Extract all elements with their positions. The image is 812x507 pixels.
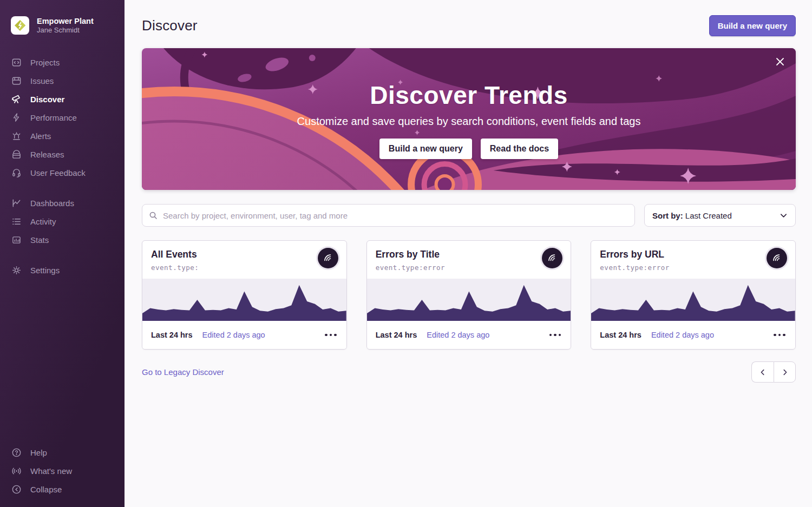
card-title: All Events [151,249,338,260]
banner-title: Discover Trends [370,81,567,110]
card-time-range: Last 24 hrs [376,331,417,339]
sidebar-item-label: Issues [30,76,54,85]
sidebar-item-label: Performance [30,113,77,122]
org-name: Empower Plant [37,16,94,26]
card-time-range: Last 24 hrs [151,331,193,339]
saved-query-card-errors-by-url[interactable]: Errors by URL event.type:error Last 24 h… [591,240,796,350]
card-edited-label: Edited 2 days ago [202,331,265,339]
sidebar-item-label: Dashboards [30,199,74,208]
stats-bars-icon [11,234,22,245]
card-context-menu-button[interactable] [548,331,562,340]
pagination-next-button[interactable] [774,361,796,383]
sidebar-item-label: Stats [30,235,49,245]
search-input[interactable] [142,204,635,227]
performance-lightning-icon [11,112,22,123]
sidebar-item-label: Discover [30,95,64,104]
main-content: Discover Build a new query [125,0,812,507]
alerts-siren-icon [11,130,22,141]
legacy-discover-link[interactable]: Go to Legacy Discover [142,367,224,377]
collapse-chevron-icon [11,484,22,495]
org-logo [11,16,29,35]
empower-plant-logo-icon [14,19,26,31]
issues-icon [11,75,22,86]
org-switcher[interactable]: Empower Plant Jane Schmidt [0,12,125,40]
sentry-logo-icon [323,253,333,264]
sidebar-item-label: Projects [30,58,60,67]
card-query: event.type: [151,264,338,272]
sidebar-item-label: Releases [30,150,64,159]
sort-label: Sort by: [652,211,683,220]
sidebar-item-label: Alerts [30,131,51,141]
sidebar-item-stats[interactable]: Stats [0,231,125,249]
card-context-menu-button[interactable] [772,331,787,340]
sidebar-item-releases[interactable]: Releases [0,145,125,163]
banner-close-button[interactable] [773,55,787,69]
close-icon [775,57,785,67]
activity-list-icon [11,216,22,227]
card-sparkline-chart [367,279,571,321]
discover-trends-banner: Discover Trends Customize and save queri… [142,48,796,190]
card-edited-label: Edited 2 days ago [651,331,714,339]
chevron-down-icon [780,212,788,220]
pagination [751,361,796,383]
search-icon [149,211,158,222]
sidebar-item-settings[interactable]: Settings [0,261,125,279]
sentry-logo-icon [771,253,782,264]
saved-query-card-errors-by-title[interactable]: Errors by Title event.type:error Last 24… [366,240,572,350]
card-title: Errors by Title [376,249,562,260]
chevron-right-icon [781,368,789,376]
sidebar-collapse-button[interactable]: Collapse [0,480,125,498]
sort-dropdown[interactable]: Sort by: Last Created [644,204,796,227]
card-query: event.type:error [376,264,562,272]
card-sparkline-chart [591,279,795,321]
sentry-logo-icon [547,253,558,264]
banner-read-docs-button[interactable]: Read the docs [481,139,558,159]
sidebar-item-label: User Feedback [30,168,86,177]
sidebar-item-performance[interactable]: Performance [0,108,125,127]
help-icon [11,447,22,458]
user-name: Jane Schmidt [37,26,94,35]
sidebar-item-label: Help [30,448,47,457]
card-edited-label: Edited 2 days ago [427,331,489,339]
pagination-prev-button[interactable] [751,361,774,383]
sidebar-item-discover[interactable]: Discover [0,90,125,108]
sidebar-item-dashboards[interactable]: Dashboards [0,194,125,212]
chevron-left-icon [759,368,767,376]
projects-icon [11,57,22,68]
sidebar-item-projects[interactable]: Projects [0,53,125,71]
build-new-query-button[interactable]: Build a new query [709,15,796,36]
releases-box-icon [11,149,22,160]
banner-subtitle: Customize and save queries by search con… [297,115,641,128]
user-feedback-headset-icon [11,167,22,178]
settings-gear-icon [11,265,22,275]
sort-value: Last Created [685,211,732,220]
sidebar-item-activity[interactable]: Activity [0,212,125,231]
banner-build-query-button[interactable]: Build a new query [379,139,472,159]
page-title: Discover [142,17,198,34]
discover-telescope-icon [11,94,22,104]
card-time-range: Last 24 hrs [600,331,641,339]
sidebar-item-help[interactable]: Help [0,443,125,462]
saved-query-card-all-events[interactable]: All Events event.type: Last 24 hrs Edite… [142,240,347,350]
sidebar-item-issues[interactable]: Issues [0,71,125,90]
sidebar-item-whats-new[interactable]: What's new [0,462,125,480]
sidebar-item-label: Settings [30,266,60,275]
sentry-logo-badge [318,248,338,268]
sidebar-item-user-feedback[interactable]: User Feedback [0,163,125,182]
broadcast-icon [11,465,22,476]
card-title: Errors by URL [600,249,787,260]
sidebar-item-label: Activity [30,217,56,226]
card-context-menu-button[interactable] [324,331,338,340]
sidebar: Empower Plant Jane Schmidt Projects Issu… [0,0,125,507]
sidebar-item-label: Collapse [30,485,62,494]
card-query: event.type:error [600,264,787,272]
dashboards-chart-icon [11,197,22,208]
sidebar-item-alerts[interactable]: Alerts [0,127,125,145]
sidebar-item-label: What's new [30,466,72,476]
sentry-logo-badge [767,248,787,268]
card-sparkline-chart [142,279,346,321]
